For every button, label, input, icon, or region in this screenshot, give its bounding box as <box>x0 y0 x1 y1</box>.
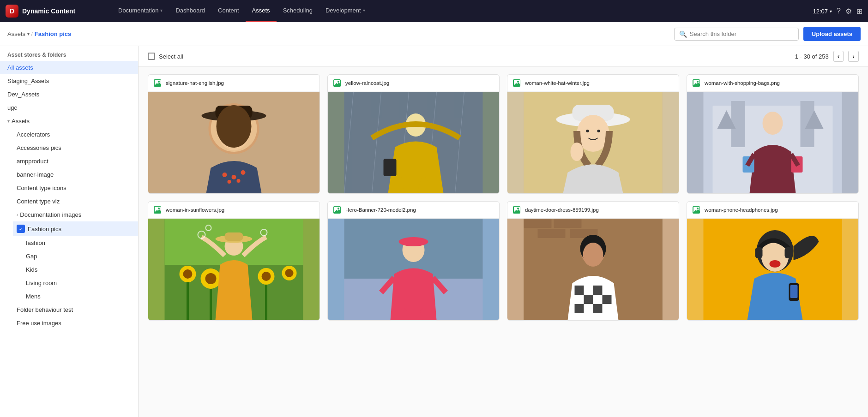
app-name: Dynamic Content <box>22 7 75 15</box>
image-type-icon-6 <box>332 205 342 214</box>
asset-card-4-header: woman-with-shopping-bags.png <box>687 75 858 92</box>
svg-point-50 <box>285 269 294 277</box>
asset-card-1-header: signature-hat-english.jpg <box>148 75 319 92</box>
settings-icon[interactable]: ⚙ <box>845 7 852 16</box>
svg-rect-78 <box>575 286 584 295</box>
asset-card-3[interactable]: woman-white-hat-winter.jpg <box>507 74 679 194</box>
nav-scheduling[interactable]: Scheduling <box>277 0 319 22</box>
asset-card-3-name: woman-white-hat-winter.jpg <box>525 80 590 86</box>
upload-assets-button[interactable]: Upload assets <box>803 27 861 41</box>
sidebar-label-content-type-viz: Content type viz <box>17 198 60 205</box>
nav-content[interactable]: Content <box>211 0 246 22</box>
breadcrumb-separator-icon: / <box>31 31 33 36</box>
sidebar-group-documentation-images[interactable]: › Documentation images <box>13 208 138 221</box>
asset-card-7-header: daytime-door-dress-859199.jpg <box>507 202 679 219</box>
sidebar-item-fashion-pics[interactable]: ✓ Fashion pics <box>13 221 138 236</box>
apps-icon[interactable]: ⊞ <box>856 7 862 16</box>
svg-point-27 <box>586 130 589 132</box>
sidebar-item-living-room[interactable]: Living room <box>22 276 138 290</box>
image-type-icon <box>153 78 162 88</box>
sidebar-item-ampproduct[interactable]: ampproduct <box>13 155 138 168</box>
svg-point-34 <box>763 112 783 135</box>
asset-card-2-image <box>328 92 499 193</box>
asset-card-5-image <box>148 219 319 320</box>
asset-card-5-name: woman-in-sunflowers.jpg <box>166 207 224 213</box>
asset-card-4-image <box>687 92 858 193</box>
search-icon: 🔍 <box>679 30 687 38</box>
sidebar-item-banner-image[interactable]: banner-image <box>13 168 138 181</box>
sidebar-item-fashion[interactable]: fashion <box>22 236 138 250</box>
documentation-images-chevron-icon: › <box>17 212 18 217</box>
sidebar-item-gap[interactable]: Gap <box>22 250 138 263</box>
breadcrumb-dropdown-icon[interactable]: ▾ <box>27 31 30 36</box>
nav-documentation[interactable]: Documentation ▾ <box>112 0 169 22</box>
sidebar-label-kids: Kids <box>26 266 37 273</box>
nav-assets[interactable]: Assets <box>246 0 277 22</box>
sidebar-label-dev-assets: Dev_Assets <box>7 91 39 98</box>
breadcrumb-root[interactable]: Assets <box>7 30 25 37</box>
asset-card-4-name: woman-with-shopping-bags.png <box>705 80 780 86</box>
sidebar-section-title: Asset stores & folders <box>0 46 138 61</box>
topnav-time: 12:07 ▾ <box>813 8 832 15</box>
svg-rect-81 <box>603 295 612 304</box>
sidebar-label-folder-behaviour-test: Folder behaviour test <box>17 306 73 313</box>
asset-card-7-name: daytime-door-dress-859199.jpg <box>525 207 599 213</box>
sidebar-sub-fashion-pics: fashion Gap Kids Living room Mens <box>13 236 138 303</box>
sidebar-label-documentation-images: Documentation images <box>20 211 81 218</box>
pagination-prev-button[interactable]: ‹ <box>833 51 844 62</box>
nav-dashboard[interactable]: Dashboard <box>169 0 211 22</box>
asset-card-3-image <box>507 92 679 193</box>
sidebar-item-folder-behaviour-test[interactable]: Folder behaviour test <box>13 303 138 316</box>
sidebar-item-kids[interactable]: Kids <box>22 263 138 276</box>
sidebar-item-all-assets[interactable]: All assets <box>0 61 138 74</box>
svg-rect-21 <box>384 159 397 176</box>
asset-card-2-name: yellow-raincoat.jpg <box>345 80 389 86</box>
asset-card-6[interactable]: Hero-Banner-720-model2.png <box>327 201 500 321</box>
sidebar-item-accelerators[interactable]: Accelerators <box>13 128 138 141</box>
asset-card-4[interactable]: woman-with-shopping-bags.png <box>687 74 859 194</box>
image-type-icon-7 <box>512 205 521 214</box>
sidebar-label-accelerators: Accelerators <box>17 131 50 138</box>
asset-card-7[interactable]: daytime-door-dress-859199.jpg <box>507 201 679 321</box>
svg-line-68 <box>421 309 424 320</box>
svg-point-29 <box>571 143 584 161</box>
svg-rect-71 <box>524 219 552 228</box>
asset-card-2[interactable]: yellow-raincoat.jpg <box>327 74 500 194</box>
sidebar-item-dev-assets[interactable]: Dev_Assets <box>0 88 138 101</box>
sidebar-label-accessories-pics: Accessories pics <box>17 144 61 151</box>
sidebar-item-staging-assets[interactable]: Staging_Assets <box>0 74 138 88</box>
app-logo-area: D Dynamic Content <box>6 5 112 18</box>
asset-card-8-image <box>687 219 858 320</box>
search-input[interactable] <box>690 30 794 37</box>
sidebar-item-content-type-viz[interactable]: Content type viz <box>13 195 138 208</box>
svg-point-9 <box>241 170 246 175</box>
select-all-checkbox[interactable] <box>148 53 155 60</box>
sidebar-item-ugc[interactable]: ugc <box>0 101 138 114</box>
asset-card-7-image <box>507 219 679 320</box>
sidebar-item-free-use-images[interactable]: Free use images <box>13 316 138 330</box>
sidebar-group-assets[interactable]: ▾ Assets <box>0 114 138 128</box>
pagination-next-button[interactable]: › <box>848 51 859 62</box>
asset-card-8-name: woman-phone-headphones.jpg <box>705 207 778 213</box>
documentation-chevron-icon: ▾ <box>160 8 163 13</box>
asset-card-8[interactable]: woman-phone-headphones.jpg <box>687 201 859 321</box>
help-icon[interactable]: ? <box>837 7 841 15</box>
select-all-area[interactable]: Select all <box>148 53 183 60</box>
svg-point-44 <box>205 273 217 284</box>
sidebar-item-content-type-icons[interactable]: Content type icons <box>13 181 138 195</box>
asset-card-5[interactable]: woman-in-sunflowers.jpg <box>148 201 320 321</box>
sidebar-item-mens[interactable]: Mens <box>22 290 138 303</box>
asset-card-1-image <box>148 92 319 193</box>
nav-development[interactable]: Development ▾ <box>319 0 372 22</box>
sidebar-label-banner-image: banner-image <box>17 171 54 178</box>
search-box[interactable]: 🔍 <box>674 28 799 41</box>
svg-point-89 <box>770 260 781 268</box>
sidebar-label-free-use-images: Free use images <box>17 320 61 327</box>
asset-browser: Select all 1 - 30 of 253 ‹ › signature-h… <box>139 46 868 417</box>
sidebar-item-accessories-pics[interactable]: Accessories pics <box>13 141 138 155</box>
asset-card-1[interactable]: signature-hat-english.jpg <box>148 74 320 194</box>
sidebar-label-staging-assets: Staging_Assets <box>7 77 49 84</box>
asset-card-2-header: yellow-raincoat.jpg <box>328 75 499 92</box>
image-type-icon-3 <box>512 78 521 88</box>
select-all-label: Select all <box>159 53 183 60</box>
